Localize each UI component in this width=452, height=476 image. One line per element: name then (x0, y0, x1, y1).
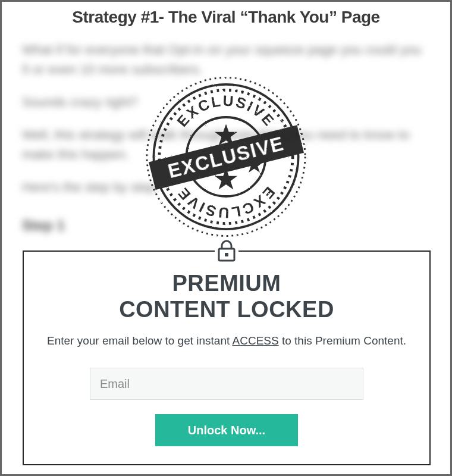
content-lock-card: PREMIUM CONTENT LOCKED Enter your email … (23, 250, 431, 465)
blurred-paragraph: Well, this strategy will walk through ev… (22, 125, 430, 164)
page-frame: Strategy #1- The Viral “Thank You” Page … (0, 0, 452, 476)
lock-heading-line1: PREMIUM (172, 271, 281, 296)
svg-rect-13 (225, 253, 228, 256)
blurred-paragraph: Sounds crazy right? (22, 92, 430, 112)
lock-heading: PREMIUM CONTENT LOCKED (38, 271, 415, 322)
unlock-button[interactable]: Unlock Now... (155, 414, 298, 446)
blurred-paragraph: What if for everyone that Opt-in on your… (22, 40, 430, 79)
lock-subtext: Enter your email below to get instant AC… (38, 334, 415, 347)
blurred-paragraph: Here's the step by step. (22, 177, 430, 197)
blurred-step-label: Step 1 (22, 215, 430, 236)
lock-heading-line2: CONTENT LOCKED (119, 297, 334, 322)
page-title: Strategy #1- The Viral “Thank You” Page (22, 8, 430, 27)
email-input[interactable] (90, 368, 363, 400)
content-area: Strategy #1- The Viral “Thank You” Page … (2, 2, 450, 474)
lock-icon (215, 239, 238, 262)
